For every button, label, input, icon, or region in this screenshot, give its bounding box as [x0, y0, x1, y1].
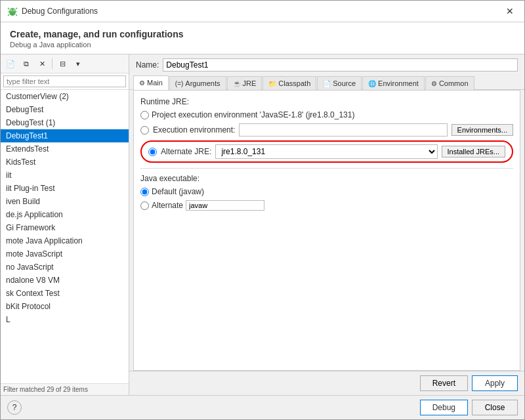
collapse-button[interactable]: ⊟ — [55, 56, 70, 71]
java-exec-label: Java executable: — [140, 174, 513, 183]
list-item[interactable]: KidsTest — [1, 156, 129, 169]
list-item[interactable]: mote JavaScript — [1, 247, 129, 261]
java-exec-section: Java executable: Default (javaw) Alterna… — [140, 174, 513, 211]
revert-button[interactable]: Revert — [420, 375, 468, 391]
close-window-button[interactable]: ✕ — [502, 5, 518, 18]
alternate-jre-select[interactable]: jre1.8.0_131 — [215, 144, 437, 159]
tab-source[interactable]: 📄 Source — [317, 76, 362, 90]
main-tab-icon: ⚙ — [139, 79, 145, 87]
arguments-tab-icon: (=) — [175, 80, 184, 87]
runtime-jre-label: Runtime JRE: — [140, 97, 513, 106]
alternate-javaw-row: Alternate — [140, 200, 513, 211]
filter-status: Filter matched 29 of 29 items — [1, 383, 129, 395]
debug-icon — [7, 6, 18, 16]
exec-env-input[interactable] — [239, 123, 447, 136]
bottom-bar: ? Debug Close — [1, 395, 524, 419]
list-item-selected[interactable]: DebugTest1 — [1, 129, 129, 142]
new-config-button[interactable]: 📄 — [3, 56, 18, 71]
tab-main-label: Main — [147, 79, 163, 87]
filter-button[interactable]: ▾ — [71, 56, 85, 71]
list-item[interactable]: Gi Framework — [1, 221, 129, 234]
tab-arguments-label: Arguments — [185, 79, 220, 87]
exec-env-radio[interactable] — [140, 126, 149, 135]
toolbar-separator — [52, 58, 52, 69]
alternate-jre-radio-label[interactable]: Alternate JRE: — [161, 147, 211, 156]
delete-config-button[interactable]: ✕ — [35, 56, 49, 71]
environments-button[interactable]: Environments... — [452, 124, 513, 136]
tab-classpath[interactable]: 📁 Classpath — [262, 76, 316, 90]
classpath-tab-icon: 📁 — [268, 80, 276, 87]
exec-env-radio-label[interactable]: Execution environment: — [153, 125, 235, 135]
alternate-javaw-radio[interactable] — [140, 201, 149, 210]
alternate-javaw-label[interactable]: Alternate — [152, 201, 183, 210]
name-input[interactable] — [163, 58, 518, 72]
tab-jre-label: JRE — [243, 79, 257, 87]
list-item[interactable]: ExtendsTest — [1, 142, 129, 156]
tab-common[interactable]: ⚙ Common — [425, 76, 474, 90]
list-item[interactable]: mote Java Application — [1, 234, 129, 247]
content-area: Runtime JRE: Project execution environme… — [133, 90, 520, 371]
dialog-title: Debug Configurations — [22, 7, 98, 16]
default-javaw-radio[interactable] — [140, 188, 149, 196]
apply-button[interactable]: Apply — [472, 375, 518, 391]
help-button[interactable]: ? — [7, 400, 22, 415]
tabs-bar: ⚙ Main (=) Arguments ☕ JRE 📁 Classpath 📄 — [129, 75, 524, 90]
debug-button[interactable]: Debug — [420, 400, 468, 415]
list-item[interactable]: DebugTest (1) — [1, 116, 129, 129]
list-item[interactable]: no JavaScript — [1, 261, 129, 274]
project-env-radio[interactable] — [140, 111, 149, 119]
environment-tab-icon: 🌐 — [368, 80, 376, 87]
svg-line-9 — [16, 14, 17, 16]
project-env-radio-label[interactable]: Project execution environment 'JavaSE-1.… — [152, 110, 354, 119]
exec-env-row: Execution environment: Environments... — [140, 123, 513, 136]
svg-line-4 — [8, 8, 9, 9]
common-tab-icon: ⚙ — [431, 80, 437, 87]
tab-environment[interactable]: 🌐 Environment — [362, 76, 425, 90]
alternate-javaw-input[interactable] — [186, 200, 264, 211]
list-item[interactable]: L — [1, 313, 129, 326]
dialog-header-subtitle: Debug a Java application — [10, 41, 515, 49]
tab-common-label: Common — [439, 79, 469, 87]
list-item[interactable]: sk Context Test — [1, 287, 129, 300]
config-footer: Revert Apply — [129, 371, 524, 395]
tab-main[interactable]: ⚙ Main — [133, 75, 169, 90]
alternate-jre-radio[interactable] — [148, 148, 157, 156]
list-item[interactable]: iit Plug-in Test — [1, 182, 129, 195]
default-javaw-label[interactable]: Default (javaw) — [152, 187, 204, 196]
tab-source-label: Source — [333, 79, 356, 87]
jre-tab-icon: ☕ — [233, 80, 241, 87]
duplicate-config-button[interactable]: ⧉ — [19, 56, 33, 71]
project-env-row: Project execution environment 'JavaSE-1.… — [140, 110, 513, 119]
list-item[interactable]: DebugTest — [1, 103, 129, 116]
svg-line-8 — [8, 14, 9, 16]
list-item[interactable]: bKit Protocol — [1, 300, 129, 313]
default-javaw-row: Default (javaw) — [140, 187, 513, 196]
list-item[interactable]: de.js Application — [1, 208, 129, 221]
dialog-header-title: Create, manage, and run configurations — [10, 29, 515, 39]
close-dialog-button[interactable]: Close — [472, 400, 518, 415]
svg-point-3 — [14, 10, 15, 11]
config-list: CustomerView (2) DebugTest DebugTest (1)… — [1, 90, 129, 383]
list-item[interactable]: ndalone V8 VM — [1, 274, 129, 287]
alternate-jre-row: Alternate JRE: jre1.8.0_131 Installed JR… — [140, 140, 513, 163]
name-label: Name: — [136, 60, 159, 70]
list-item[interactable]: CustomerView (2) — [1, 90, 129, 103]
source-tab-icon: 📄 — [323, 80, 331, 87]
svg-point-2 — [10, 10, 12, 11]
tab-arguments[interactable]: (=) Arguments — [169, 76, 226, 90]
svg-line-5 — [16, 8, 17, 9]
tab-environment-label: Environment — [378, 79, 419, 87]
tab-jre[interactable]: ☕ JRE — [227, 76, 262, 90]
list-item[interactable]: iit — [1, 169, 129, 182]
divider — [140, 168, 513, 169]
tab-classpath-label: Classpath — [278, 79, 310, 87]
installed-jres-button[interactable]: Installed JREs... — [442, 146, 505, 158]
list-item[interactable]: iven Build — [1, 195, 129, 208]
filter-input[interactable] — [3, 75, 126, 87]
